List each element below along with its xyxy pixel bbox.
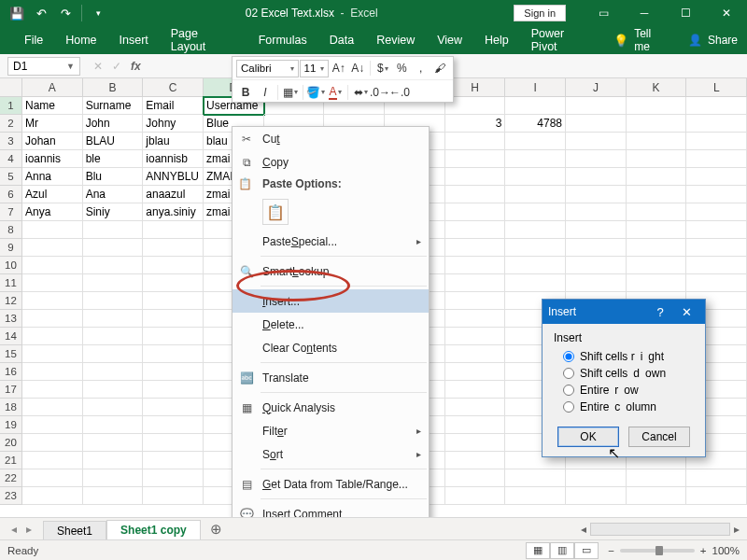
cell[interactable] (143, 452, 204, 469)
cell[interactable] (143, 487, 204, 505)
row-header[interactable]: 20 (0, 434, 22, 452)
column-header-L[interactable]: L (686, 78, 747, 97)
row-header[interactable]: 7 (0, 203, 22, 221)
cell[interactable] (686, 97, 747, 115)
share-button[interactable]: 👤Share (679, 34, 747, 47)
cell[interactable] (627, 274, 687, 292)
cell[interactable] (505, 221, 566, 239)
ctx-filter[interactable]: Filter▸ (233, 419, 429, 442)
close-button[interactable]: ✕ (706, 0, 747, 26)
cell[interactable] (445, 274, 506, 292)
cell[interactable]: Ana (83, 186, 144, 203)
row-header[interactable]: 21 (0, 452, 22, 469)
cell[interactable]: Azul (22, 186, 83, 203)
cell[interactable]: ioannisb (143, 150, 204, 168)
cell[interactable] (627, 168, 687, 186)
column-header-A[interactable]: A (22, 78, 83, 97)
cell[interactable] (83, 310, 144, 328)
italic-icon[interactable]: I (256, 83, 275, 102)
cell[interactable] (566, 221, 627, 239)
row-header[interactable]: 22 (0, 469, 22, 487)
cell[interactable] (143, 399, 204, 416)
row-header[interactable]: 18 (0, 399, 22, 416)
cell[interactable] (143, 363, 204, 381)
ctx-translate[interactable]: 🔤Translate (233, 366, 429, 389)
ctx-smart-lookup[interactable]: 🔍Smart Lookup (233, 259, 429, 283)
cell[interactable] (22, 399, 83, 416)
cell[interactable] (22, 363, 83, 381)
cell[interactable]: John (83, 115, 144, 133)
cell[interactable] (505, 97, 566, 115)
cell[interactable] (445, 257, 506, 274)
cell[interactable]: Surname (83, 97, 144, 115)
row-header[interactable]: 11 (0, 274, 22, 292)
cell[interactable] (22, 345, 83, 363)
ctx-insert[interactable]: Insert... (233, 289, 429, 313)
cell[interactable] (627, 257, 687, 274)
row-header[interactable]: 4 (0, 150, 22, 168)
cell[interactable] (505, 186, 566, 203)
cell[interactable] (566, 239, 627, 257)
row-header[interactable]: 23 (0, 487, 22, 505)
cell[interactable] (445, 133, 506, 150)
cell[interactable]: 3 (445, 115, 506, 133)
cell[interactable] (143, 434, 204, 452)
cell[interactable] (686, 186, 747, 203)
row-header[interactable]: 13 (0, 310, 22, 328)
cell[interactable] (445, 434, 506, 452)
cell[interactable] (83, 469, 144, 487)
ctx-clear-contents[interactable]: Clear Contents (233, 336, 429, 359)
mini-font-name[interactable]: Calibri▾ (236, 60, 299, 77)
name-box[interactable]: D1▼ (7, 57, 80, 76)
qat-customize-icon[interactable]: ▾ (87, 3, 109, 23)
cell[interactable] (445, 150, 506, 168)
cell[interactable] (627, 221, 687, 239)
merge-center-icon[interactable]: ⬌▾ (351, 83, 370, 102)
ctx-get-data[interactable]: ▤Get Data from Table/Range... (233, 472, 429, 496)
cell[interactable] (627, 133, 687, 150)
sheet-nav-first-icon[interactable]: ◂ (7, 523, 21, 536)
cell[interactable] (566, 203, 627, 221)
cell[interactable] (686, 115, 747, 133)
increase-font-icon[interactable]: A↑ (330, 59, 348, 77)
cell[interactable] (686, 274, 747, 292)
undo-icon[interactable]: ↶ (30, 3, 52, 23)
cell[interactable] (445, 203, 506, 221)
cell[interactable] (445, 381, 506, 399)
sign-in-button[interactable]: Sign in (514, 5, 566, 21)
redo-icon[interactable]: ↷ (54, 3, 77, 23)
cell[interactable] (83, 363, 144, 381)
cell[interactable] (445, 363, 506, 381)
cell[interactable] (686, 239, 747, 257)
cell[interactable] (627, 97, 687, 115)
cell[interactable] (627, 203, 687, 221)
cell[interactable] (22, 310, 83, 328)
mini-font-size[interactable]: 11▾ (300, 60, 329, 77)
cell[interactable] (143, 328, 204, 345)
ctx-paste-special[interactable]: Paste Special...▸ (233, 230, 429, 253)
cell[interactable]: Siniy (83, 203, 144, 221)
view-page-break-icon[interactable]: ▭ (574, 542, 599, 559)
ctx-quick-analysis[interactable]: ▦Quick Analysis (233, 396, 429, 419)
row-header[interactable]: 5 (0, 168, 22, 186)
column-header-H[interactable]: H (445, 78, 506, 97)
cell[interactable] (686, 469, 747, 487)
cell[interactable] (505, 150, 566, 168)
cell[interactable] (627, 487, 687, 505)
row-header[interactable]: 1 (0, 97, 22, 115)
sheet-tab-sheet1-copy[interactable]: Sheet1 copy (106, 520, 201, 541)
ctx-copy[interactable]: ⧉Copy (233, 150, 429, 174)
cell[interactable] (445, 452, 506, 469)
column-header-C[interactable]: C (143, 78, 204, 97)
cancel-formula-icon[interactable]: ✕ (93, 60, 103, 73)
format-painter-icon[interactable]: 🖌 (430, 59, 449, 77)
cell[interactable] (22, 274, 83, 292)
cell[interactable]: jblau (143, 133, 204, 150)
cell[interactable]: Anna (22, 168, 83, 186)
cell[interactable] (83, 416, 144, 434)
column-header-J[interactable]: J (566, 78, 627, 97)
cell[interactable] (22, 434, 83, 452)
decrease-decimal-icon[interactable]: ←.0 (390, 83, 409, 102)
ctx-cut[interactable]: ✂Cut (233, 127, 429, 150)
tab-home[interactable]: Home (54, 27, 107, 53)
